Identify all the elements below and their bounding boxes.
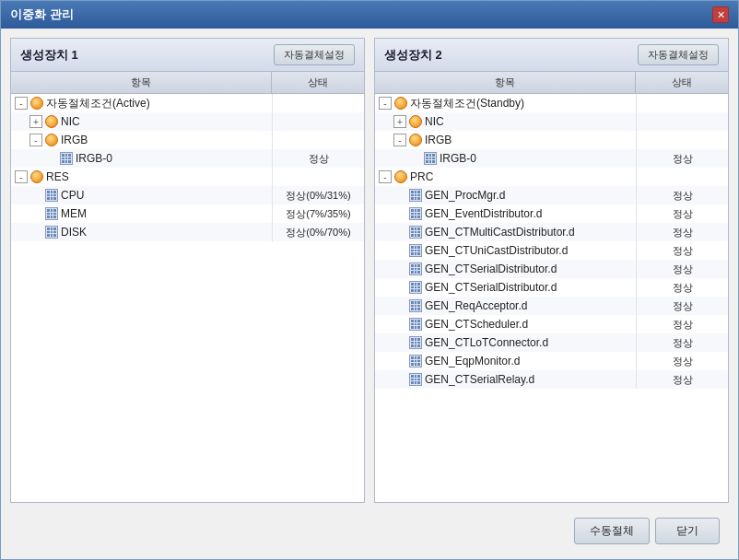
tree-status-cell: 정상 [272, 149, 364, 168]
tree-row[interactable]: GEN_CTLoTConnector.d정상 [375, 333, 728, 352]
collapse-icon[interactable]: - [15, 97, 28, 110]
tree-status-cell [272, 168, 364, 186]
panel-device-2: 생성장치 2 자동결체설정 항목 상태 -자동절체조건(Standby)+NIC… [374, 38, 729, 503]
tree-item-label: DISK [61, 226, 87, 239]
auto-connect-btn-2[interactable]: 자동결체설정 [638, 44, 719, 65]
tree-row[interactable]: GEN_CTScheduler.d정상 [375, 315, 728, 333]
tree-status-cell: 정상 [636, 204, 728, 223]
panel-device-1: 생성장치 1 자동결체설정 항목 상태 -자동절체조건(Active)+NIC-… [10, 38, 365, 503]
resource-grid-icon [60, 152, 73, 165]
panel1-col-item: 항목 [11, 72, 272, 93]
tree-label-cell: GEN_CTSerialRelay.d [375, 370, 636, 389]
resource-grid-icon [409, 189, 422, 202]
panel2-header: 생성장치 2 자동결체설정 [375, 39, 728, 72]
dialog-title: 이중화 관리 [10, 6, 74, 23]
panel1-tree[interactable]: -자동절체조건(Active)+NIC-IRGBIRGB-0정상-RESCPU정… [11, 94, 364, 502]
tree-row[interactable]: GEN_ReqAcceptor.d정상 [375, 297, 728, 315]
tree-row[interactable]: GEN_CTSerialDistributor.d정상 [375, 278, 728, 297]
tree-status-cell: 정상 [636, 370, 728, 389]
collapse-icon[interactable]: - [379, 97, 392, 110]
tree-row[interactable]: GEN_CTSerialDistributor.d정상 [375, 260, 728, 278]
tree-row[interactable]: -RES [11, 168, 364, 186]
resource-grid-icon [409, 355, 422, 368]
tree-item-label: MEM [61, 207, 87, 220]
tree-item-label: GEN_CTSerialDistributor.d [425, 281, 557, 294]
tree-row[interactable]: CPU정상(0%/31%) [11, 186, 364, 204]
collapse-icon[interactable]: - [393, 134, 406, 146]
tree-row[interactable]: IRGB-0정상 [11, 149, 364, 168]
dialog-body: 생성장치 1 자동결체설정 항목 상태 -자동절체조건(Active)+NIC-… [1, 29, 738, 559]
tree-status-cell [636, 168, 728, 186]
tree-row[interactable]: IRGB-0정상 [375, 149, 728, 168]
tree-row[interactable]: MEM정상(7%/35%) [11, 204, 364, 223]
tree-status-cell: 정상 [636, 241, 728, 260]
tree-row[interactable]: +NIC [375, 112, 728, 131]
tree-item-label: GEN_CTMultiCastDistributor.d [425, 226, 575, 239]
close-button[interactable]: 닫기 [655, 518, 720, 544]
tree-status-cell [636, 94, 728, 112]
expand-icon[interactable]: + [29, 115, 42, 128]
tree-item-label: GEN_ProcMgr.d [425, 189, 505, 202]
panel2-tree[interactable]: -자동절체조건(Standby)+NIC-IRGBIRGB-0정상-PRCGEN… [375, 94, 728, 502]
tree-item-label: NIC [61, 115, 80, 128]
auto-connect-btn-1[interactable]: 자동결체설정 [274, 44, 355, 65]
tree-status-cell [272, 131, 364, 149]
tree-item-label: PRC [410, 170, 433, 183]
tree-label-cell: GEN_CTScheduler.d [375, 315, 636, 333]
tree-label-cell: CPU [11, 186, 272, 204]
tree-row[interactable]: -자동절체조건(Active) [11, 94, 364, 112]
collapse-icon[interactable]: - [379, 170, 392, 183]
resource-grid-icon [45, 207, 58, 220]
tree-item-label: GEN_CTSerialDistributor.d [425, 262, 557, 275]
status-circle-icon [409, 134, 422, 146]
tree-item-label: GEN_EventDistributor.d [425, 207, 542, 220]
tree-item-label: GEN_ReqAcceptor.d [425, 299, 527, 312]
close-icon[interactable]: ✕ [712, 6, 729, 23]
tree-row[interactable]: GEN_CTMultiCastDistributor.d정상 [375, 223, 728, 241]
tree-label-cell: -자동절체조건(Active) [11, 94, 272, 112]
tree-label-cell: +NIC [375, 112, 636, 131]
tree-row[interactable]: -자동절체조건(Standby) [375, 94, 728, 112]
tree-label-cell: GEN_CTSerialDistributor.d [375, 260, 636, 278]
tree-row[interactable]: GEN_EventDistributor.d정상 [375, 204, 728, 223]
tree-row[interactable]: GEN_EqpMonitor.d정상 [375, 352, 728, 370]
tree-status-cell: 정상 [636, 278, 728, 297]
tree-row[interactable]: -IRGB [11, 131, 364, 149]
panel1-col-status: 상태 [272, 72, 364, 93]
tree-status-cell: 정상(7%/35%) [272, 204, 364, 223]
tree-row[interactable]: DISK정상(0%/70%) [11, 223, 364, 241]
tree-status-cell: 정상 [636, 297, 728, 315]
panel2-table-header: 항목 상태 [375, 72, 728, 94]
tree-status-cell: 정상 [636, 260, 728, 278]
expand-icon[interactable]: + [393, 115, 406, 128]
tree-row[interactable]: GEN_ProcMgr.d정상 [375, 186, 728, 204]
tree-status-cell: 정상 [636, 223, 728, 241]
tree-row[interactable]: GEN_CTUniCastDistributor.d정상 [375, 241, 728, 260]
tree-item-label: 자동절체조건(Standby) [410, 96, 524, 111]
tree-item-label: IRGB [61, 134, 88, 146]
tree-item-label: IRGB-0 [76, 152, 112, 165]
status-circle-icon [30, 97, 43, 110]
tree-row[interactable]: -IRGB [375, 131, 728, 149]
tree-status-cell [636, 112, 728, 131]
tree-row[interactable]: GEN_CTSerialRelay.d정상 [375, 370, 728, 389]
tree-item-label: CPU [61, 189, 84, 202]
manual-disconnect-button[interactable]: 수동절체 [574, 518, 650, 544]
tree-status-cell: 정상(0%/70%) [272, 223, 364, 241]
tree-item-label: NIC [425, 115, 444, 128]
tree-label-cell: GEN_EventDistributor.d [375, 204, 636, 223]
resource-grid-icon [45, 189, 58, 202]
tree-row[interactable]: +NIC [11, 112, 364, 131]
tree-label-cell: GEN_CTSerialDistributor.d [375, 278, 636, 297]
panel2-col-item: 항목 [375, 72, 636, 93]
collapse-icon[interactable]: - [15, 170, 28, 183]
tree-status-cell: 정상 [636, 315, 728, 333]
tree-item-label: GEN_CTSerialRelay.d [425, 373, 534, 386]
resource-grid-icon [409, 299, 422, 312]
status-circle-icon [394, 97, 407, 110]
collapse-icon[interactable]: - [29, 134, 42, 146]
panels-row: 생성장치 1 자동결체설정 항목 상태 -자동절체조건(Active)+NIC-… [10, 38, 729, 503]
tree-item-label: GEN_EqpMonitor.d [425, 355, 520, 368]
tree-status-cell [272, 112, 364, 131]
tree-row[interactable]: -PRC [375, 168, 728, 186]
